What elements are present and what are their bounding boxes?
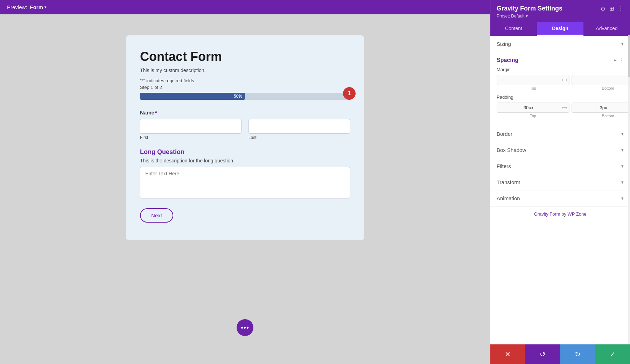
sizing-header[interactable]: Sizing ▾ (490, 36, 630, 52)
progress-bar-fill: 50% (140, 93, 245, 100)
preview-bar: Preview: Form ▾ (0, 0, 490, 14)
panel-footer: Gravity Form by WP Zone (490, 206, 630, 222)
tab-design[interactable]: Design (537, 22, 583, 36)
margin-bottom-box: ⟷ Bottom (572, 75, 630, 90)
wp-zone-link[interactable]: WP Zone (568, 211, 587, 217)
animation-chevron-icon: ▾ (621, 196, 624, 201)
first-name-group: First (140, 119, 241, 140)
save-button[interactable]: ✓ (595, 344, 630, 364)
next-button[interactable]: Next (140, 208, 173, 223)
gravity-form-link[interactable]: Gravity Form (534, 211, 560, 217)
panel-icon-menu[interactable]: ⋮ (618, 5, 624, 12)
form-card: Contact Form This is my custom descripti… (126, 35, 364, 240)
panel-body: Sizing ▾ Spacing ▾ ⋮ Margin ⟷ (490, 36, 630, 364)
undo-icon: ↺ (540, 350, 546, 358)
sizing-label: Sizing (497, 41, 511, 47)
transform-header[interactable]: Transform ▾ (490, 174, 630, 190)
spacing-label: Spacing (497, 57, 518, 63)
required-star: * (155, 110, 157, 115)
padding-label: Padding (497, 94, 624, 100)
spacing-menu-icon[interactable]: ⋮ (619, 57, 624, 63)
panel-tabs: Content Design Advanced (490, 22, 630, 36)
box-shadow-section: Box Shadow ▾ (490, 142, 630, 158)
preview-label: Preview: (7, 4, 27, 10)
animation-label: Animation (497, 195, 520, 201)
box-shadow-chevron-icon: ▾ (621, 147, 624, 153)
required-note: "*" indicates required fields (140, 78, 350, 83)
save-icon: ✓ (610, 350, 616, 358)
long-answer-textarea[interactable] (140, 167, 350, 198)
last-name-input[interactable] (248, 119, 350, 134)
filters-header[interactable]: Filters ▾ (490, 158, 630, 174)
panel-icon-screen[interactable]: ⊙ (601, 5, 605, 12)
border-header[interactable]: Border ▾ (490, 126, 630, 142)
margin-top-link-icon[interactable]: ⟷ (560, 78, 569, 82)
animation-header[interactable]: Animation ▾ (490, 190, 630, 206)
spacing-header-icons: ▾ ⋮ (614, 57, 624, 63)
name-fields: First Last (140, 119, 350, 140)
caret-icon: ▾ (44, 5, 46, 9)
padding-bottom-input[interactable] (572, 103, 630, 112)
margin-fields-row: ⟷ Top ⟷ Bottom ⟷ Left (497, 75, 624, 90)
last-name-group: Last (248, 119, 350, 140)
filters-section: Filters ▾ (490, 158, 630, 174)
padding-top-box: ⟷ Top (497, 103, 569, 118)
panel-icon-columns[interactable]: ⊞ (609, 5, 614, 12)
padding-top-sub: Top (530, 114, 536, 118)
padding-top-link-icon[interactable]: ⟷ (560, 105, 569, 110)
margin-bottom-input-wrap: ⟷ (572, 75, 630, 85)
redo-icon: ↻ (575, 350, 581, 358)
long-question-title: Long Question (140, 148, 350, 156)
scrollbar-track (628, 35, 630, 344)
preview-content: Contact Form This is my custom descripti… (0, 14, 490, 364)
margin-top-sub: Top (530, 86, 536, 90)
first-name-input[interactable] (140, 119, 241, 134)
padding-bottom-sub: Bottom (602, 114, 614, 118)
tab-advanced[interactable]: Advanced (583, 22, 630, 36)
sizing-section: Sizing ▾ (490, 36, 630, 52)
margin-bottom-sub: Bottom (602, 86, 614, 90)
transform-label: Transform (497, 179, 520, 185)
long-question-desc: This is the description for the long que… (140, 158, 350, 163)
settings-panel: Gravity Form Settings ⊙ ⊞ ⋮ Preset: Defa… (490, 0, 630, 364)
margin-label: Margin (497, 67, 624, 72)
tab-content[interactable]: Content (490, 22, 537, 36)
panel-header-top: Gravity Form Settings ⊙ ⊞ ⋮ (497, 5, 624, 12)
padding-top-input[interactable] (497, 103, 560, 112)
margin-top-box: ⟷ Top (497, 75, 569, 90)
progress-text: 50% (234, 94, 242, 99)
step-indicator: Step 1 of 2 (140, 85, 350, 90)
progress-badge: 1 (343, 87, 356, 100)
margin-bottom-input[interactable] (572, 75, 630, 85)
redo-button[interactable]: ↻ (560, 344, 595, 364)
box-shadow-label: Box Shadow (497, 147, 526, 153)
panel-preset[interactable]: Preset: Default ▾ (497, 14, 624, 19)
filters-label: Filters (497, 163, 511, 169)
scrollbar-thumb[interactable] (628, 35, 630, 77)
transform-chevron-icon: ▾ (621, 180, 624, 185)
padding-top-input-wrap: ⟷ (497, 103, 569, 113)
first-label: First (140, 135, 241, 140)
panel-title: Gravity Form Settings (497, 5, 562, 12)
form-description: This is my custom description. (140, 68, 350, 73)
margin-top-input[interactable] (497, 75, 560, 85)
undo-button[interactable]: ↺ (525, 344, 560, 364)
bottom-fab[interactable]: ••• (237, 319, 253, 336)
animation-section: Animation ▾ (490, 190, 630, 206)
form-name: Form (30, 4, 43, 10)
filters-chevron-icon: ▾ (621, 163, 624, 169)
progress-bar-container: 50% 1 (140, 93, 350, 100)
cancel-icon: ✕ (505, 350, 511, 358)
box-shadow-header[interactable]: Box Shadow ▾ (490, 142, 630, 158)
cancel-button[interactable]: ✕ (490, 344, 525, 364)
form-dropdown[interactable]: Form ▾ (30, 4, 47, 10)
transform-section: Transform ▾ (490, 174, 630, 190)
spacing-header: Spacing ▾ ⋮ (497, 52, 624, 67)
last-label: Last (248, 135, 350, 140)
border-section: Border ▾ (490, 126, 630, 142)
border-label: Border (497, 131, 512, 137)
name-field-label: Name* (140, 110, 350, 115)
border-chevron-icon: ▾ (621, 131, 624, 136)
sizing-chevron-icon: ▾ (621, 41, 624, 47)
spacing-chevron-icon[interactable]: ▾ (614, 58, 616, 63)
